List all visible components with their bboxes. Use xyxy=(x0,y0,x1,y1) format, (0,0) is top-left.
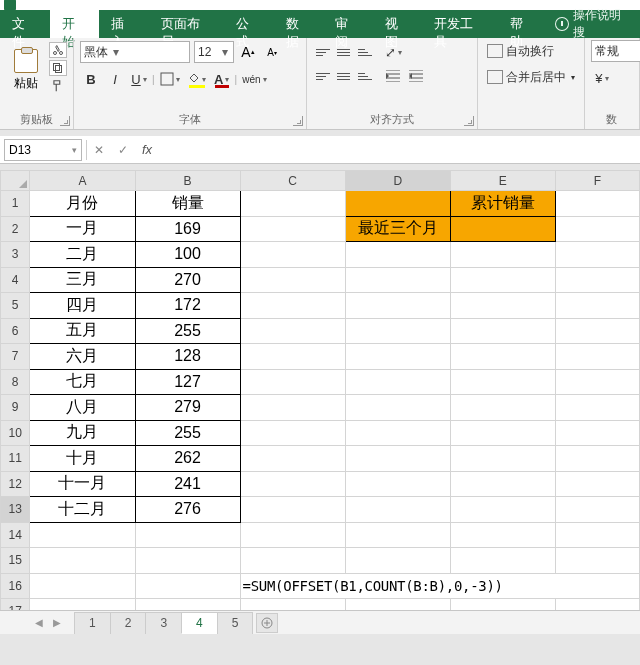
cell-B7[interactable]: 128 xyxy=(135,344,240,370)
cell-B12[interactable]: 241 xyxy=(135,471,240,497)
tab-developer[interactable]: 开发工具 xyxy=(422,10,497,38)
tab-file[interactable]: 文件 xyxy=(0,10,50,38)
cell-C7[interactable] xyxy=(240,344,345,370)
cell-C3[interactable] xyxy=(240,242,345,268)
cell-E6[interactable] xyxy=(450,318,555,344)
cell-C8[interactable] xyxy=(240,369,345,395)
bold-button[interactable]: B xyxy=(80,68,102,90)
new-sheet-button[interactable] xyxy=(256,613,278,633)
cell-B13[interactable]: 276 xyxy=(135,497,240,523)
font-size-combo[interactable]: 12▾ xyxy=(194,41,234,63)
cell-E11[interactable] xyxy=(450,446,555,472)
cell-E14[interactable] xyxy=(450,522,555,548)
italic-button[interactable]: I xyxy=(104,68,126,90)
align-middle-button[interactable] xyxy=(334,42,354,62)
cell-B9[interactable]: 279 xyxy=(135,395,240,421)
cell-D10[interactable] xyxy=(345,420,450,446)
cell-A15[interactable] xyxy=(30,548,135,574)
tell-me[interactable]: 操作说明搜 xyxy=(547,10,640,38)
formula-input[interactable] xyxy=(159,139,640,161)
col-header-B[interactable]: B xyxy=(135,171,240,191)
tab-insert[interactable]: 插入 xyxy=(99,10,149,38)
sheet-tab-4[interactable]: 4 xyxy=(181,612,218,634)
cell-D5[interactable] xyxy=(345,293,450,319)
cell-F9[interactable] xyxy=(555,395,639,421)
cell-F7[interactable] xyxy=(555,344,639,370)
cell-A3[interactable]: 二月 xyxy=(30,242,135,268)
cell-D9[interactable] xyxy=(345,395,450,421)
underline-button[interactable]: U▾ xyxy=(128,68,150,90)
cell-C14[interactable] xyxy=(240,522,345,548)
cell-F15[interactable] xyxy=(555,548,639,574)
cell-E10[interactable] xyxy=(450,420,555,446)
font-launcher-icon[interactable] xyxy=(293,116,303,126)
row-header-12[interactable]: 12 xyxy=(1,471,30,497)
align-top-button[interactable] xyxy=(313,42,333,62)
cell-C13[interactable] xyxy=(240,497,345,523)
cell-A10[interactable]: 九月 xyxy=(30,420,135,446)
cell-F8[interactable] xyxy=(555,369,639,395)
alignment-launcher-icon[interactable] xyxy=(464,116,474,126)
cell-B4[interactable]: 270 xyxy=(135,267,240,293)
wrap-text-button[interactable]: 自动换行 xyxy=(484,40,578,62)
tab-formulas[interactable]: 公式 xyxy=(224,10,274,38)
cell-A12[interactable]: 十一月 xyxy=(30,471,135,497)
row-header-6[interactable]: 6 xyxy=(1,318,30,344)
cell-C12[interactable] xyxy=(240,471,345,497)
cell-D8[interactable] xyxy=(345,369,450,395)
number-format-combo[interactable]: 常规 xyxy=(591,40,640,62)
row-header-9[interactable]: 9 xyxy=(1,395,30,421)
cell-C11[interactable] xyxy=(240,446,345,472)
tab-data[interactable]: 数据 xyxy=(274,10,324,38)
cell-E13[interactable] xyxy=(450,497,555,523)
format-painter-button[interactable] xyxy=(49,78,67,94)
tab-home[interactable]: 开始 xyxy=(50,10,100,38)
align-right-button[interactable] xyxy=(355,66,375,86)
cut-button[interactable] xyxy=(49,42,67,58)
copy-button[interactable] xyxy=(49,60,67,76)
row-header-10[interactable]: 10 xyxy=(1,420,30,446)
cell-C2[interactable] xyxy=(240,216,345,242)
accounting-button[interactable]: ¥▾ xyxy=(591,67,613,89)
cell-F17[interactable] xyxy=(555,599,639,611)
cell-C10[interactable] xyxy=(240,420,345,446)
tab-review[interactable]: 审阅 xyxy=(323,10,373,38)
cell-A2[interactable]: 一月 xyxy=(30,216,135,242)
font-color-button[interactable]: A▾ xyxy=(211,68,233,90)
cell-C4[interactable] xyxy=(240,267,345,293)
col-header-D[interactable]: D xyxy=(345,171,450,191)
cell-E5[interactable] xyxy=(450,293,555,319)
cell-A11[interactable]: 十月 xyxy=(30,446,135,472)
clipboard-launcher-icon[interactable] xyxy=(60,116,70,126)
cell-E2[interactable] xyxy=(450,216,555,242)
cell-C16[interactable]: =SUM(OFFSET(B1,COUNT(B:B),0,-3)) xyxy=(240,573,639,599)
col-header-F[interactable]: F xyxy=(555,171,639,191)
cell-A8[interactable]: 七月 xyxy=(30,369,135,395)
row-header-16[interactable]: 16 xyxy=(1,573,30,599)
cell-D1[interactable] xyxy=(345,191,450,217)
cell-C6[interactable] xyxy=(240,318,345,344)
tab-page-layout[interactable]: 页面布局 xyxy=(149,10,224,38)
cell-D4[interactable] xyxy=(345,267,450,293)
cell-E4[interactable] xyxy=(450,267,555,293)
phonetic-button[interactable]: wén▾ xyxy=(239,68,269,90)
select-all-corner[interactable] xyxy=(1,171,30,191)
cell-C17[interactable] xyxy=(240,599,345,611)
row-header-3[interactable]: 3 xyxy=(1,242,30,268)
cell-A9[interactable]: 八月 xyxy=(30,395,135,421)
decrease-indent-button[interactable] xyxy=(382,65,404,87)
cell-E17[interactable] xyxy=(450,599,555,611)
cell-F4[interactable] xyxy=(555,267,639,293)
align-left-button[interactable] xyxy=(313,66,333,86)
cell-B3[interactable]: 100 xyxy=(135,242,240,268)
cell-B14[interactable] xyxy=(135,522,240,548)
cell-B11[interactable]: 262 xyxy=(135,446,240,472)
cell-A16[interactable] xyxy=(30,573,135,599)
formula-enter-button[interactable]: ✓ xyxy=(111,139,135,161)
tab-view[interactable]: 视图 xyxy=(373,10,423,38)
cell-F12[interactable] xyxy=(555,471,639,497)
sheet-tab-3[interactable]: 3 xyxy=(145,612,182,634)
sheet-nav-next[interactable]: ▶ xyxy=(48,614,66,632)
row-header-11[interactable]: 11 xyxy=(1,446,30,472)
paste-button[interactable]: 粘贴 xyxy=(6,42,46,98)
